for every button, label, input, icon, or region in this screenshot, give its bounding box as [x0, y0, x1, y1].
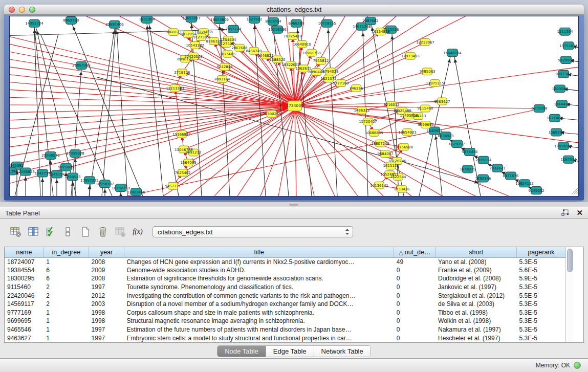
table-cell[interactable]: 0	[394, 309, 435, 317]
table-cell[interactable]: Dudbridge et al. (2008)	[435, 274, 516, 283]
network-node[interactable]	[70, 150, 81, 158]
network-node[interactable]	[558, 70, 569, 78]
column-header-in_degree[interactable]: in_degree	[43, 247, 89, 257]
network-node[interactable]	[214, 16, 225, 24]
table-cell[interactable]: 5.3E-5	[516, 334, 565, 342]
network-node[interactable]	[506, 172, 516, 180]
network-node[interactable]	[170, 84, 180, 92]
network-node[interactable]	[235, 44, 245, 51]
table-cell[interactable]: Changes of HCN gene expression and I(f) …	[124, 257, 394, 266]
network-node[interactable]	[228, 25, 239, 33]
network-node[interactable]	[326, 68, 336, 75]
network-node[interactable]	[249, 16, 260, 23]
table-cell[interactable]: 1	[43, 317, 89, 325]
table-cell[interactable]: 5.3E-5	[516, 300, 565, 309]
network-canvas[interactable]: 1405572488681602069140619313041065328716…	[10, 16, 579, 196]
network-node[interactable]	[307, 49, 317, 56]
network-node[interactable]	[297, 40, 307, 48]
table-cell[interactable]: 1997	[89, 283, 124, 292]
network-node[interactable]	[249, 47, 259, 54]
table-cell[interactable]: 2	[43, 300, 89, 309]
column-header-name[interactable]: name	[5, 247, 43, 257]
network-node[interactable]	[197, 34, 206, 41]
network-node[interactable]	[387, 101, 397, 108]
network-node[interactable]	[365, 17, 376, 25]
network-node[interactable]	[286, 61, 296, 69]
zoom-window-button[interactable]	[29, 7, 35, 13]
network-node[interactable]	[322, 19, 333, 27]
network-node[interactable]	[209, 38, 219, 45]
network-node[interactable]	[376, 140, 385, 147]
network-node[interactable]	[116, 184, 126, 192]
network-node[interactable]	[223, 50, 233, 57]
table-cell[interactable]: 1	[43, 325, 89, 334]
canvas-resize-grip[interactable]	[576, 192, 578, 194]
tab-network-table[interactable]: Network Table	[314, 346, 371, 357]
function-builder-icon[interactable]: f(x)	[131, 225, 144, 238]
network-node[interactable]	[563, 156, 574, 163]
table-cell[interactable]: 1998	[89, 317, 124, 325]
table-cell[interactable]: 1998	[89, 309, 124, 317]
table-cell[interactable]: Franke et al. (2009)	[435, 266, 516, 275]
network-node[interactable]	[222, 40, 231, 47]
network-node[interactable]	[397, 185, 407, 192]
table-cell[interactable]: 5.3E-5	[516, 283, 565, 292]
network-window-titlebar[interactable]: citations_edges.txt	[4, 5, 584, 15]
network-node[interactable]	[386, 162, 396, 169]
table-cell[interactable]: Investigating the contribution of common…	[124, 291, 394, 300]
network-node[interactable]	[20, 168, 31, 176]
network-node[interactable]	[10, 167, 16, 175]
column-header-pagerank[interactable]: pagerank	[516, 247, 565, 257]
table-cell[interactable]: 5.3E-5	[516, 309, 565, 317]
network-node[interactable]	[381, 150, 390, 158]
canvas-resize-grip[interactable]	[574, 190, 578, 194]
table-cell[interactable]: 1997	[89, 325, 124, 334]
table-cell[interactable]: 9463627	[5, 334, 43, 342]
table-cell[interactable]: Tourette syndrome. Phenomenology and cla…	[124, 283, 394, 292]
table-cell[interactable]: Disruption of a novel member of a sodium…	[124, 300, 394, 309]
network-node[interactable]	[220, 63, 230, 71]
network-node[interactable]	[178, 69, 187, 76]
table-cell[interactable]: Stergiakouli et al. (2012)	[435, 291, 516, 300]
network-node[interactable]	[272, 26, 283, 33]
scrollbar-thumb[interactable]	[567, 249, 573, 272]
table-cell[interactable]: Estimation of significance thresholds fo…	[124, 274, 394, 283]
network-node[interactable]	[288, 33, 298, 40]
network-node[interactable]	[61, 163, 72, 171]
column-header-out_de[interactable]: △out_de…	[394, 247, 435, 257]
network-node[interactable]	[179, 146, 189, 153]
network-node[interactable]	[178, 169, 188, 177]
network-node[interactable]	[273, 56, 282, 63]
network-node[interactable]	[413, 113, 423, 120]
table-cell[interactable]: 0	[394, 334, 435, 342]
table-row[interactable]: 1938455462009Genome-wide association stu…	[5, 266, 565, 275]
table-cell[interactable]: 9465546	[5, 325, 43, 334]
table-cell[interactable]: Estimation of the future numbers of pati…	[124, 325, 394, 334]
table-selector-combobox[interactable]: citations_edges.txt	[153, 226, 353, 237]
network-node[interactable]	[268, 17, 279, 25]
table-cell[interactable]: 1	[43, 257, 89, 266]
network-node[interactable]	[299, 65, 309, 72]
table-cell[interactable]: 0	[394, 274, 435, 283]
network-node[interactable]	[189, 149, 199, 156]
network-node[interactable]	[46, 151, 56, 159]
table-cell[interactable]: Nakamura et al. (1997)	[435, 325, 516, 334]
network-node[interactable]	[336, 80, 346, 87]
close-panel-icon[interactable]: ✕	[576, 209, 583, 216]
tab-edge-table[interactable]: Edge Table	[266, 346, 314, 357]
network-node[interactable]	[376, 28, 386, 35]
table-cell[interactable]: Structural magnetic resonance image aver…	[124, 317, 394, 325]
network-node[interactable]	[76, 61, 87, 69]
network-node[interactable]	[312, 69, 321, 76]
row-height-icon[interactable]	[61, 225, 75, 238]
column-header-title[interactable]: title	[124, 247, 394, 257]
network-node[interactable]	[375, 182, 384, 189]
table-row[interactable]: 2242004622012Investigating the contribut…	[5, 291, 565, 300]
network-node[interactable]	[291, 19, 302, 27]
select-visible-columns-icon[interactable]	[44, 225, 57, 238]
network-node[interactable]	[560, 28, 571, 35]
create-table-icon[interactable]	[79, 225, 92, 238]
table-row[interactable]: 946362711997Embryonic stem cells: a mode…	[5, 334, 565, 342]
network-node[interactable]	[531, 187, 542, 194]
table-row[interactable]: 1872400712008Changes of HCN gene express…	[5, 257, 565, 266]
